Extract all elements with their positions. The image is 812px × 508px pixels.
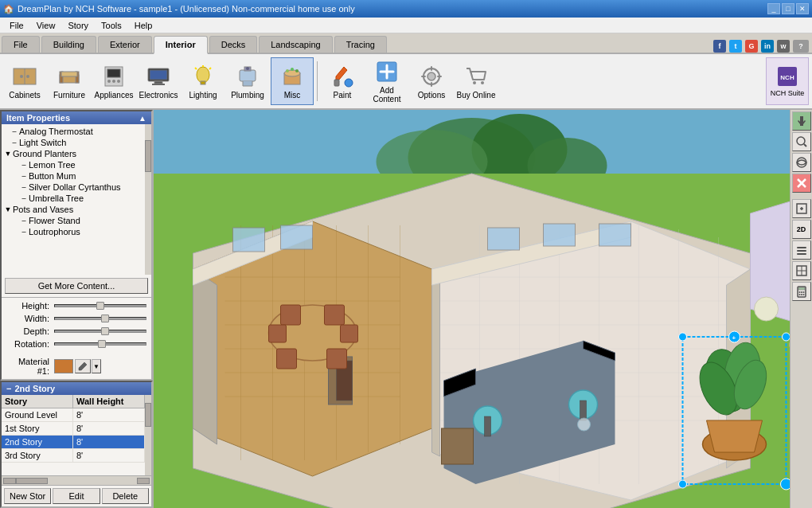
tree-item-flower-stand[interactable]: – Flower Stand <box>3 215 143 226</box>
tab-interior[interactable]: Interior <box>154 36 208 54</box>
story-hscroll-thumb[interactable] <box>16 478 48 484</box>
facebook-icon[interactable]: f <box>713 40 726 53</box>
item-properties-header: Item Properties ▲ <box>2 111 151 124</box>
svg-point-29 <box>295 69 299 72</box>
item-properties-collapse[interactable]: ▲ <box>139 114 146 123</box>
menu-help[interactable]: Help <box>128 19 159 32</box>
story-row-ground[interactable]: Ground Level 8' <box>2 408 145 422</box>
tab-decks[interactable]: Decks <box>209 36 258 53</box>
tree-label-button-mum: Button Mum <box>29 171 143 181</box>
height-slider[interactable] <box>54 304 146 307</box>
svg-marker-74 <box>193 269 217 444</box>
tree-item-light-switch[interactable]: – Light Switch <box>3 137 143 148</box>
story-collapse-icon[interactable]: − <box>6 384 11 393</box>
material-edit-button[interactable] <box>75 359 91 373</box>
tool-plumbing[interactable]: Plumbing <box>226 57 269 105</box>
tool-appliances[interactable]: Appliances <box>92 57 135 105</box>
viewport-scene: + <box>154 110 790 508</box>
tool-orbit-button[interactable] <box>792 153 811 172</box>
tool-add-content[interactable]: Add Content <box>365 57 408 105</box>
height-thumb <box>96 302 104 310</box>
tree-item-loutrophorus[interactable]: – Loutrophorus <box>3 226 143 237</box>
tree-label-ground-planters: Ground Planters <box>13 149 143 158</box>
svg-point-28 <box>291 68 294 71</box>
tree-item-button-mum[interactable]: – Button Mum <box>3 170 143 182</box>
tool-delete-button[interactable] <box>792 174 811 193</box>
tab-exterior[interactable]: Exterior <box>98 36 152 53</box>
tab-tracing[interactable]: Tracing <box>334 36 387 53</box>
width-slider[interactable] <box>54 317 146 320</box>
story-row-1st[interactable]: 1st Story 8' <box>2 422 145 436</box>
story-hscroll[interactable] <box>2 475 151 485</box>
depth-slider[interactable] <box>54 330 146 333</box>
close-button[interactable]: ✕ <box>796 3 809 14</box>
maximize-button[interactable]: □ <box>782 3 794 14</box>
story-col-height: Wall Height <box>73 395 145 408</box>
tab-building[interactable]: Building <box>41 36 96 53</box>
tree-item-analog-thermostat[interactable]: – Analog Thermostat <box>3 126 143 137</box>
tab-file[interactable]: File <box>2 36 40 53</box>
story-content: Story Wall Height Ground Level 8' 1st St… <box>2 395 151 475</box>
titlebar-controls[interactable]: _ □ ✕ <box>767 3 809 14</box>
menu-file[interactable]: File <box>3 19 30 32</box>
tree-item-silver-dollar[interactable]: – Silver Dollar Cyrtanthus <box>3 182 143 193</box>
tool-cabinets[interactable]: Cabinets <box>3 57 46 105</box>
help-icon[interactable]: ? <box>793 40 809 53</box>
minimize-button[interactable]: _ <box>767 3 780 14</box>
svg-point-144 <box>801 294 802 295</box>
menu-story[interactable]: Story <box>61 19 95 32</box>
tool-paint[interactable]: Paint <box>321 57 364 105</box>
menu-tools[interactable]: Tools <box>95 19 128 32</box>
item-properties-panel: Item Properties ▲ – Analog Thermostat – … <box>0 110 153 381</box>
tool-lighting[interactable]: Lighting <box>182 57 224 105</box>
material-dropdown-button[interactable]: ▼ <box>92 359 101 373</box>
tool-electronics[interactable]: Electronics <box>137 57 180 105</box>
svg-rect-22 <box>240 70 256 81</box>
svg-rect-82 <box>544 224 576 246</box>
add-content-icon <box>374 59 400 84</box>
tool-misc[interactable]: Misc <box>271 57 314 105</box>
get-more-content-button[interactable]: Get More Content... <box>5 278 148 294</box>
tree-item-lemon-tree[interactable]: – Lemon Tree <box>3 159 143 170</box>
tool-grid-button[interactable] <box>792 261 811 280</box>
3d-viewport[interactable]: + <box>154 110 790 508</box>
tool-hand-button[interactable] <box>792 111 811 131</box>
tool-zoom-fit-button[interactable] <box>792 199 811 218</box>
tree-scrollbar[interactable] <box>145 124 151 275</box>
depth-thumb <box>101 327 109 335</box>
tool-furniture[interactable]: Furniture <box>48 57 91 105</box>
rotation-thumb <box>98 340 106 348</box>
tree-item-umbrella-tree[interactable]: – Umbrella Tree <box>3 193 143 204</box>
nch-suite-icon: NCH <box>776 65 798 89</box>
story-row-3rd[interactable]: 3rd Story 8' <box>2 449 145 463</box>
twitter-icon[interactable]: t <box>729 40 742 53</box>
tool-nch-suite[interactable]: NCH NCH Suite <box>766 57 809 105</box>
tool-layers-button[interactable] <box>792 240 811 260</box>
menu-view[interactable]: View <box>30 19 62 32</box>
tool-buy-online[interactable]: Buy Online <box>455 57 498 105</box>
tool-2d-button[interactable]: 2D <box>792 220 811 239</box>
tree-item-ground-planters[interactable]: ▼ Ground Planters <box>3 148 143 159</box>
story-row-2nd[interactable]: 2nd Story 8' <box>2 436 145 449</box>
story-scrollbar[interactable] <box>145 395 151 475</box>
material-swatch[interactable] <box>54 359 73 373</box>
svg-point-124 <box>797 137 805 145</box>
svg-rect-88 <box>325 305 345 325</box>
new-story-button[interactable]: New Stor <box>4 488 51 504</box>
rotation-slider[interactable] <box>54 342 146 346</box>
linkedin-icon[interactable]: in <box>761 40 774 53</box>
paint-icon <box>330 64 355 89</box>
edit-story-button[interactable]: Edit <box>53 488 100 504</box>
tree-item-pots-vases[interactable]: ▼ Pots and Vases <box>3 204 143 215</box>
delete-story-button[interactable]: Delete <box>102 488 149 504</box>
svg-point-109 <box>781 479 791 490</box>
web-icon[interactable]: w <box>777 40 790 53</box>
tool-calculator-button[interactable] <box>792 282 811 301</box>
svg-rect-81 <box>488 228 520 250</box>
google-icon[interactable]: G <box>745 40 758 53</box>
tab-landscaping[interactable]: Landscaping <box>259 36 332 53</box>
svg-rect-133 <box>797 250 806 252</box>
furniture-icon <box>57 64 82 89</box>
tool-options[interactable]: Options <box>410 57 453 105</box>
tool-zoom-button[interactable] <box>792 132 811 151</box>
